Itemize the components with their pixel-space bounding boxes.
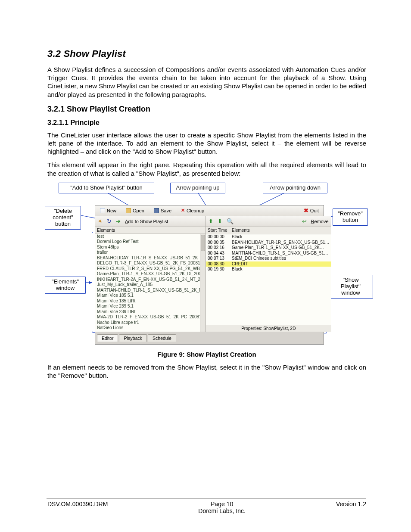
footer-left: DSV.OM.000390.DRM [47,501,108,514]
row-element: StEM_DCI Chinese subtitles [232,256,286,261]
paragraph-intro: A Show Playlist defines a succession of … [47,65,366,99]
refresh-icon[interactable]: ↻ [107,218,112,224]
arrow-up-icon[interactable]: ⬆ [209,218,213,224]
paragraph-principle-1: The CineLister user interface allows the… [47,131,366,156]
open-label: Open [133,208,144,213]
save-label: Save [161,208,171,213]
document-icon [100,208,105,213]
playlist-row[interactable]: 00:02:16Game-Plan_TLR-1_S_EN-XX_US-GB_51… [206,245,331,251]
row-time: 00:02:16 [208,245,232,251]
list-item[interactable]: Miami Vice 185 5.1 [95,293,206,299]
col-start-time: Start Time [208,228,232,233]
row-element: CREDIT [232,261,248,267]
scroll-thumb[interactable] [201,235,205,251]
cleanup-button[interactable]: ✕Cleanup [179,208,206,214]
row-time: 00:00:05 [208,240,232,246]
list-item[interactable]: test [95,234,206,240]
toolbar-main: New Open Save ✕Cleanup ✖Quit [95,205,324,216]
new-button[interactable]: New [98,208,118,214]
floppy-icon [154,208,159,213]
heading-3-2: 3.2 Show Playlist [47,48,366,59]
new-label: New [107,208,116,213]
list-item[interactable]: Doremi Logo Ref Test [95,239,206,245]
arrow-down-icon[interactable]: ⬇ [218,218,222,224]
folder-open-icon [126,208,131,213]
row-element: Game-Plan_TLR-1_S_EN-XX_US-GB_51_2K… [232,245,324,251]
list-item[interactable]: DELGO_TLR-3_F_EN-XX_US-GB_51_2K_FS_20081… [95,261,206,266]
row-element: MARTIAN-CHILD_TLR-1_S_EN-XX_US-GB_51… [232,251,328,256]
figure-caption: Figure 9: Show Playlist Creation [47,351,366,358]
row-element: BEAN-HOLIDAY_TLR-1R_S_EN-XX_US-GB_51… [232,240,330,246]
left-header-label: Elements [97,228,115,233]
row-element: Black [232,234,242,240]
playlist-row[interactable]: 00:08:30CREDIT [206,261,331,267]
arrow-right-icon[interactable]: ➔ [116,218,121,224]
x-red-icon: ✕ [181,208,185,213]
row-time: 00:19:30 [208,267,232,272]
list-item[interactable]: Stem 48fps [95,245,206,250]
list-item[interactable]: Miami Vice 239 5.1 [95,304,206,309]
callout-remove: "Remove" button [333,208,368,226]
cinelister-window: New Open Save ✕Cleanup ✖Quit ✴ ↻ ➔ Add t… [95,205,324,345]
callout-delete-content: "Delete content" button [45,206,81,230]
magnify-icon[interactable]: 🔍 [227,218,234,224]
row-element: Black [232,267,242,272]
footer-center: Page 10 Doremi Labs, Inc. [198,501,246,514]
list-item[interactable]: Miami Vice 239 LtRt [95,309,206,315]
heading-3-2-1: 3.2.1 Show Playlist Creation [47,105,366,114]
callout-show-playlist-window: "Show Playlist" window [328,275,373,299]
remove-arrow-icon: ↩ [302,218,307,224]
list-item[interactable]: FRED-CLAUS_TLR-2_S_EN-XX_US-PG_51_2K_WB_… [95,266,206,272]
footer-page: Page 10 [211,501,233,507]
list-item[interactable]: INKHEART_TLR-2A_F_EN-XX_US-GB_51_2K_NT_2… [95,277,206,283]
save-button[interactable]: Save [152,208,174,214]
quit-label: Quit [310,208,319,213]
tab-editor[interactable]: Editor [97,334,118,342]
paragraph-principle-2: This element will appear in the right pa… [47,161,366,177]
row-time: 00:07:13 [208,256,232,261]
playlist-row[interactable]: 00:00:05BEAN-HOLIDAY_TLR-1R_S_EN-XX_US-G… [206,240,331,246]
row-time: 00:08:30 [208,261,232,267]
paragraph-after-figure: If an element needs to be removed from t… [47,363,366,380]
list-item[interactable]: trailer [95,250,206,255]
list-item[interactable]: Miami Vice 185 LtRt [95,299,206,304]
figure-9-diagram: "Add to Show Playlist" button Arrow poin… [43,183,371,346]
callout-arrow-up: Arrow pointing up [170,183,225,193]
delete-content-icon[interactable]: ✴ [98,218,103,224]
playlist-row[interactable]: 00:07:13StEM_DCI Chinese subtitles [206,256,331,261]
toolbar-right: ⬆ ⬇ 🔍 ↩ Remove [206,216,331,227]
list-item[interactable]: Nacho Libre scope tr1 [95,320,206,326]
callout-arrow-down: Arrow pointing down [263,183,327,193]
list-item[interactable]: Just_My_Luck_trailer_A_185 [95,282,206,288]
callout-elements-window: "Elements" window [45,277,86,294]
tab-playback[interactable]: Playback [119,334,147,342]
list-item[interactable]: BEAN-HOLIDAY_TLR-1R_S_EN-XX_US-GB_51_2K_… [95,255,206,261]
list-item[interactable]: NatGeo Lions [95,325,206,331]
toolbar-left: ✴ ↻ ➔ Add to Show Playlist [95,216,206,227]
show-playlist-list[interactable]: Start Time Elements 00:00:00Black00:00:0… [206,227,331,325]
playlist-row[interactable]: 00:19:30Black [206,267,331,272]
right-pane: ⬆ ⬇ 🔍 ↩ Remove Start Time Elements 00:00… [206,216,331,332]
add-to-playlist-button[interactable]: Add to Show Playlist [125,219,168,224]
page-footer: DSV.OM.000390.DRM Page 10 Doremi Labs, I… [47,501,366,514]
left-pane: ✴ ↻ ➔ Add to Show Playlist Elements test… [95,216,206,332]
list-item[interactable]: MARTIAN-CHILD_TLR-1_S_EN-XX_US-GB_51_2K_… [95,288,206,293]
tab-strip: Editor Playback Schedule [95,332,324,342]
list-item[interactable]: MVA-2D_TLR-2_F_EN-XX_US-GB_51_2K_PC_2008… [95,314,206,320]
scrollbar[interactable] [200,234,206,332]
left-list-header: Elements [95,227,206,234]
properties-bar: Properties: ShowPlaylist, 2D [206,325,331,332]
playlist-row[interactable]: 00:04:43MARTIAN-CHILD_TLR-1_S_EN-XX_US-G… [206,251,331,256]
remove-button[interactable]: Remove [311,219,329,224]
list-item[interactable]: Game-Plan_TLR-1_S_EN-XX_US-GB_51_2K_DI_2… [95,271,206,277]
elements-list[interactable]: testDoremi Logo Ref TestStem 48fpstraile… [95,234,206,332]
quit-icon: ✖ [304,208,308,213]
tab-schedule[interactable]: Schedule [148,334,176,342]
quit-button[interactable]: ✖Quit [302,208,321,214]
footer-right: Version 1.2 [336,501,366,514]
heading-3-2-1-1: 3.2.1.1 Principle [47,119,366,127]
col-elements: Elements [232,228,250,233]
playlist-row[interactable]: 00:00:00Black [206,234,331,240]
callout-add-button: "Add to Show Playlist" button [59,183,154,193]
open-button[interactable]: Open [124,208,146,214]
